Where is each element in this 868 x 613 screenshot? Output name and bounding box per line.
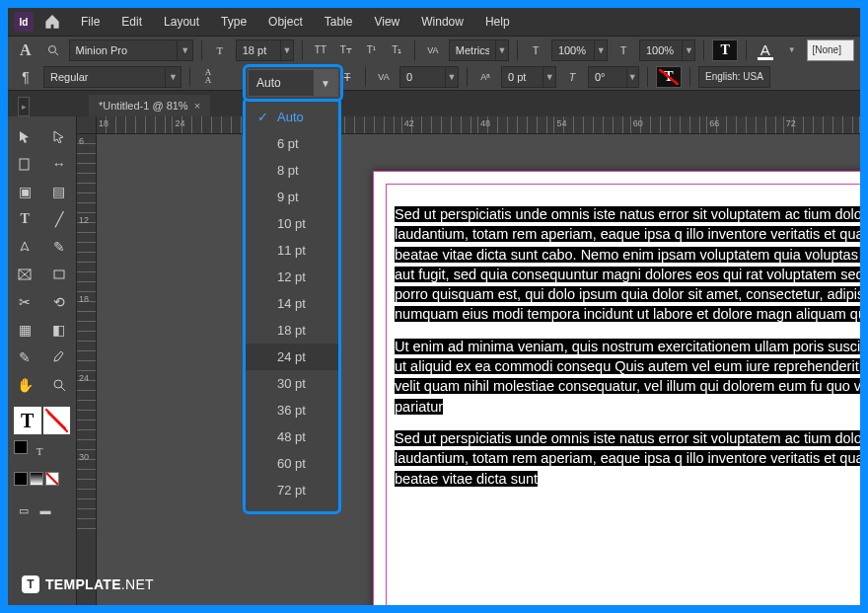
vscale-combo[interactable]: ▼: [551, 39, 608, 61]
home-icon[interactable]: [41, 11, 63, 33]
view-mode-normal-icon[interactable]: ▭: [14, 499, 34, 521]
vertical-ruler[interactable]: 6 12 18 24 30: [77, 134, 97, 605]
type-tool[interactable]: T: [8, 205, 42, 233]
tracking-combo[interactable]: ▼: [399, 66, 459, 88]
pen-tool[interactable]: [8, 233, 42, 261]
leading-option[interactable]: 24 pt: [246, 344, 338, 370]
leading-value[interactable]: Auto: [249, 76, 314, 90]
tracking-input[interactable]: [400, 67, 445, 87]
search-icon[interactable]: [43, 39, 63, 61]
chevron-down-icon[interactable]: ▼: [165, 67, 181, 87]
chevron-down-icon[interactable]: ▼: [495, 40, 508, 60]
menu-object[interactable]: Object: [258, 11, 313, 33]
leading-option[interactable]: 6 pt: [246, 130, 338, 157]
menu-table[interactable]: Table: [315, 11, 363, 33]
transform-tool[interactable]: ⟲: [42, 288, 77, 316]
leading-option[interactable]: 9 pt: [246, 184, 338, 210]
rect-tool[interactable]: [42, 261, 77, 288]
font-family-combo[interactable]: ▼: [69, 39, 193, 61]
content-collector-tool[interactable]: ▣: [8, 178, 42, 205]
allcaps-icon[interactable]: TT: [311, 39, 330, 61]
leading-option[interactable]: 12 pt: [246, 264, 338, 290]
skew-input[interactable]: [589, 67, 626, 87]
chevron-down-icon[interactable]: ▼: [445, 67, 458, 87]
note-tool[interactable]: ✎: [8, 344, 42, 371]
menu-window[interactable]: Window: [411, 11, 473, 33]
baseline-input[interactable]: [502, 67, 542, 87]
leading-option[interactable]: 60 pt: [246, 450, 338, 477]
apply-none-icon[interactable]: [45, 472, 59, 486]
leading-combo[interactable]: Auto ▼: [248, 69, 338, 97]
page[interactable]: Sed ut perspiciatis unde omnis iste natu…: [373, 171, 860, 605]
format-container-icon[interactable]: T: [30, 440, 49, 462]
apply-color-icon[interactable]: [14, 472, 28, 486]
scissors-tool[interactable]: ✂: [8, 288, 42, 316]
leading-option[interactable]: 8 pt: [246, 157, 338, 184]
line-tool[interactable]: ╱: [42, 205, 77, 233]
fill-t-icon[interactable]: T: [712, 39, 738, 61]
superscript-icon[interactable]: T¹: [362, 39, 382, 61]
kerning-input[interactable]: [450, 40, 495, 60]
smallcaps-icon[interactable]: Tᴛ: [336, 39, 356, 61]
char-style-combo[interactable]: [None]: [807, 39, 854, 61]
subscript-icon[interactable]: T₁: [387, 39, 406, 61]
page-tool[interactable]: [8, 150, 42, 178]
chevron-down-icon[interactable]: ▼: [682, 40, 694, 60]
hscale-combo[interactable]: ▼: [639, 39, 695, 61]
default-fill-icon[interactable]: [14, 440, 28, 454]
chevron-down-icon[interactable]: ▼: [177, 40, 192, 60]
leading-option[interactable]: 36 pt: [246, 397, 338, 423]
document-canvas[interactable]: 18 24 30 36 42 48 54 60 66 72 6 12 18 24…: [77, 116, 860, 605]
fill-swatch[interactable]: T: [14, 407, 41, 434]
gradient-swatch-tool[interactable]: ▦: [8, 316, 42, 344]
vscale-input[interactable]: [552, 40, 594, 60]
leading-option[interactable]: 30 pt: [246, 370, 338, 397]
stroke-swatch[interactable]: [43, 407, 71, 434]
body-text[interactable]: Ut enim ad minima veniam, quis nostrum e…: [395, 339, 860, 415]
leading-option[interactable]: Auto: [246, 104, 338, 130]
char-format-toggle[interactable]: A: [14, 38, 37, 62]
font-size-combo[interactable]: ▼: [236, 39, 294, 61]
pencil-tool[interactable]: ✎: [42, 233, 77, 261]
language-combo[interactable]: English: USA: [698, 66, 770, 88]
body-text[interactable]: Sed ut perspiciatis unde omnis iste natu…: [395, 430, 860, 487]
leading-option[interactable]: 14 pt: [246, 290, 338, 317]
leading-option[interactable]: 48 pt: [246, 423, 338, 450]
fill-color-picker[interactable]: A: [755, 39, 776, 61]
font-family-input[interactable]: [70, 40, 178, 60]
apply-gradient-icon[interactable]: [30, 472, 43, 486]
menu-file[interactable]: File: [71, 11, 109, 33]
leading-option[interactable]: 72 pt: [246, 477, 338, 503]
text-frame[interactable]: Sed ut perspiciatis unde omnis iste natu…: [386, 184, 860, 605]
eyedropper-tool[interactable]: [42, 344, 77, 371]
panel-collapse-icon[interactable]: ▸: [18, 97, 30, 116]
horizontal-ruler[interactable]: 18 24 30 36 42 48 54 60 66 72: [97, 116, 860, 134]
font-style-input[interactable]: [44, 67, 165, 87]
menu-edit[interactable]: Edit: [111, 11, 152, 33]
leading-option[interactable]: 11 pt: [246, 237, 338, 264]
menu-view[interactable]: View: [364, 11, 409, 33]
document-tab[interactable]: *Untitled-1 @ 81% ×: [89, 95, 210, 116]
direct-select-tool[interactable]: [42, 122, 77, 150]
baseline-combo[interactable]: ▼: [501, 66, 556, 88]
hscale-input[interactable]: [640, 40, 682, 60]
zoom-tool[interactable]: [42, 371, 77, 399]
body-text[interactable]: Sed ut perspiciatis unde omnis iste natu…: [395, 206, 860, 322]
chevron-down-icon[interactable]: ▼: [542, 67, 555, 87]
gradient-feather-tool[interactable]: ◧: [42, 316, 77, 344]
chevron-down-icon[interactable]: ▼: [626, 67, 638, 87]
content-placer-tool[interactable]: ▤: [42, 178, 77, 205]
view-mode-preview-icon[interactable]: ▬: [36, 499, 55, 521]
chevron-down-icon[interactable]: ▼: [280, 40, 293, 60]
chevron-down-icon[interactable]: ▼: [594, 40, 607, 60]
font-size-input[interactable]: [237, 40, 280, 60]
font-style-combo[interactable]: ▼: [43, 66, 181, 88]
stroke-t-icon[interactable]: T: [656, 66, 682, 88]
close-icon[interactable]: ×: [194, 100, 200, 112]
leading-option[interactable]: 18 pt: [246, 317, 338, 344]
menu-help[interactable]: Help: [475, 11, 520, 33]
leading-option[interactable]: 10 pt: [246, 210, 338, 237]
hand-tool[interactable]: ✋: [8, 371, 42, 399]
chevron-down-icon[interactable]: ▼: [314, 70, 337, 96]
chevron-down-icon[interactable]: ▼: [782, 39, 802, 61]
